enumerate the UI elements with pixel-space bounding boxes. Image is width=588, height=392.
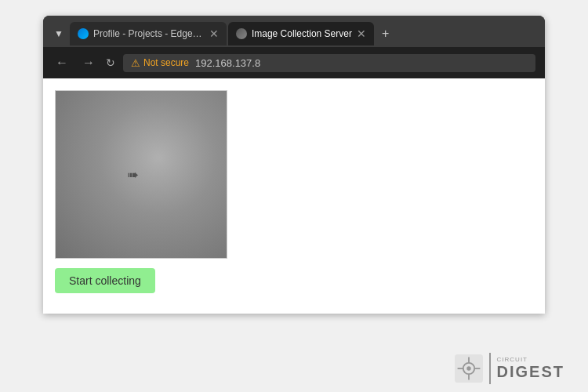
reload-button[interactable]: ↻ [106,56,115,69]
edge-impulse-tab-label: Profile - Projects - Edge Impuls… [93,28,205,39]
new-tab-button[interactable]: + [376,25,395,42]
camera-feed: ➠ [55,90,227,259]
forward-button[interactable]: → [79,56,98,70]
tab-edge-impulse[interactable]: Profile - Projects - Edge Impuls… ✕ [70,22,227,45]
edge-impulse-tab-close[interactable]: ✕ [209,27,219,40]
image-server-tab-icon [236,28,247,39]
circuit-digest-logo [455,354,483,383]
watermark-divider [489,353,491,384]
back-button[interactable]: ← [53,56,71,70]
watermark-top-text: CIRCUIT [497,357,564,364]
edge-impulse-tab-icon [78,28,89,39]
start-collecting-button[interactable]: Start collecting [55,268,155,293]
browser-window: ▼ Profile - Projects - Edge Impuls… ✕ Im… [43,16,545,314]
url-bar[interactable]: ⚠ Not secure 192.168.137.8 [123,54,535,72]
svg-point-6 [466,366,470,370]
image-server-tab-close[interactable]: ✕ [357,27,366,40]
watermark-text: CIRCUIT DIGEST [497,357,564,381]
url-text: 192.168.137.8 [195,57,260,69]
tab-image-server[interactable]: Image Collection Server ✕ [228,22,374,45]
security-indicator: ⚠ Not secure [131,57,189,69]
watermark-brand-name: DIGEST [497,363,564,380]
watermark: CIRCUIT DIGEST [455,353,564,384]
cursor: ➠ [127,166,139,183]
address-bar: ← → ↻ ⚠ Not secure 192.168.137.8 [43,47,545,78]
tab-dropdown-button[interactable]: ▼ [49,27,68,41]
tab-bar: ▼ Profile - Projects - Edge Impuls… ✕ Im… [43,16,545,47]
warning-icon: ⚠ [131,57,140,69]
page-content: ➠ Start collecting [43,78,545,314]
image-server-tab-label: Image Collection Server [252,28,352,39]
security-label: Not secure [143,57,189,68]
